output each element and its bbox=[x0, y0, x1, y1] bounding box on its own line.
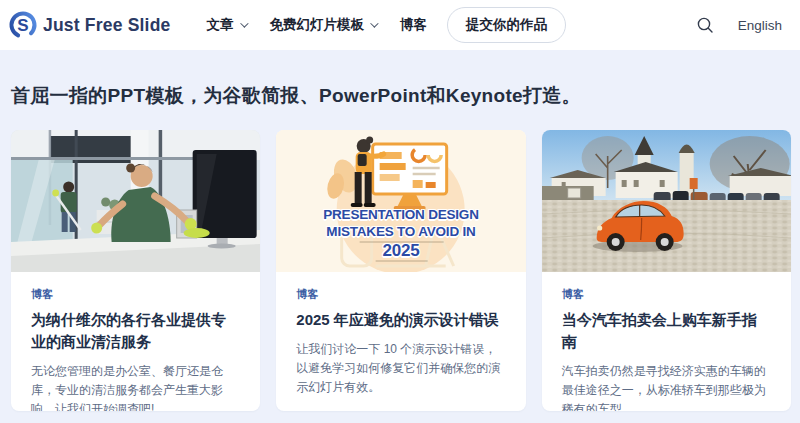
illustration-headline-line: MISTAKES TO AVOID IN bbox=[276, 223, 525, 240]
nav-item-label: 免费幻灯片模板 bbox=[270, 16, 365, 34]
blog-cards-grid: 博客 为纳什维尔的各行各业提供专业的商业清洁服务 无论您管理的是办公室、餐厅还是… bbox=[11, 130, 791, 411]
office-cleaning-photo bbox=[11, 130, 260, 272]
presentation-design-illustration: PRESENTATION DESIGN MISTAKES TO AVOID IN… bbox=[276, 130, 525, 272]
logo-text: Just Free Slide bbox=[43, 15, 171, 36]
card-title[interactable]: 为纳什维尔的各行各业提供专业的商业清洁服务 bbox=[31, 309, 240, 353]
blog-card-presentation-mistakes[interactable]: PRESENTATION DESIGN MISTAKES TO AVOID IN… bbox=[276, 130, 525, 411]
card-tag[interactable]: 博客 bbox=[31, 287, 240, 302]
chevron-down-icon bbox=[370, 19, 378, 27]
nav-item-label: 文章 bbox=[207, 16, 234, 34]
search-icon[interactable] bbox=[696, 16, 714, 34]
nav-item-articles[interactable]: 文章 bbox=[207, 16, 246, 34]
card-body: 博客 当今汽车拍卖会上购车新手指南 汽车拍卖仍然是寻找经济实惠的车辆的最佳途径之… bbox=[542, 272, 791, 411]
hero-section: 首屈一指的PPT模板，为谷歌简报、PowerPoint和Keynote打造。 bbox=[0, 50, 800, 423]
card-body: 博客 2025 年应避免的演示设计错误 让我们讨论一下 10 个演示设计错误，以… bbox=[276, 272, 525, 397]
illustration-headline: PRESENTATION DESIGN MISTAKES TO AVOID IN… bbox=[276, 206, 525, 259]
logo-s-icon: S bbox=[8, 10, 38, 40]
orange-car-auction-photo bbox=[542, 130, 791, 272]
card-tag[interactable]: 博客 bbox=[296, 287, 505, 302]
card-description: 让我们讨论一下 10 个演示设计错误，以避免学习如何修复它们并确保您的演示幻灯片… bbox=[296, 340, 505, 397]
illustration-headline-line: PRESENTATION DESIGN bbox=[276, 206, 525, 223]
card-tag[interactable]: 博客 bbox=[562, 287, 771, 302]
page-title: 首屈一指的PPT模板，为谷歌简报、PowerPoint和Keynote打造。 bbox=[0, 83, 800, 109]
site-header: S Just Free Slide 文章 免费幻灯片模板 博客 提交你的作品 E… bbox=[0, 0, 800, 50]
submit-work-button[interactable]: 提交你的作品 bbox=[447, 7, 566, 43]
nav-item-blog[interactable]: 博客 bbox=[400, 16, 427, 34]
card-description: 汽车拍卖仍然是寻找经济实惠的车辆的最佳途径之一，从标准轿车到那些极为稀有的车型。 bbox=[562, 362, 771, 411]
main-nav: 文章 免费幻灯片模板 博客 提交你的作品 bbox=[207, 7, 567, 43]
site-logo[interactable]: S Just Free Slide bbox=[8, 10, 171, 40]
nav-item-label: 博客 bbox=[400, 16, 427, 34]
card-title[interactable]: 当今汽车拍卖会上购车新手指南 bbox=[562, 309, 771, 353]
blog-card-car-auction[interactable]: 博客 当今汽车拍卖会上购车新手指南 汽车拍卖仍然是寻找经济实惠的车辆的最佳途径之… bbox=[542, 130, 791, 411]
card-body: 博客 为纳什维尔的各行各业提供专业的商业清洁服务 无论您管理的是办公室、餐厅还是… bbox=[11, 272, 260, 411]
illustration-headline-line: 2025 bbox=[276, 242, 525, 259]
header-right: English bbox=[696, 16, 786, 34]
svg-text:S: S bbox=[17, 16, 28, 35]
language-switcher[interactable]: English bbox=[738, 18, 782, 33]
blog-card-cleaning[interactable]: 博客 为纳什维尔的各行各业提供专业的商业清洁服务 无论您管理的是办公室、餐厅还是… bbox=[11, 130, 260, 411]
card-title[interactable]: 2025 年应避免的演示设计错误 bbox=[296, 309, 505, 331]
card-description: 无论您管理的是办公室、餐厅还是仓库，专业的清洁服务都会产生重大影响。让我们开始调… bbox=[31, 362, 240, 411]
nav-item-free-templates[interactable]: 免费幻灯片模板 bbox=[270, 16, 377, 34]
chevron-down-icon bbox=[240, 19, 248, 27]
